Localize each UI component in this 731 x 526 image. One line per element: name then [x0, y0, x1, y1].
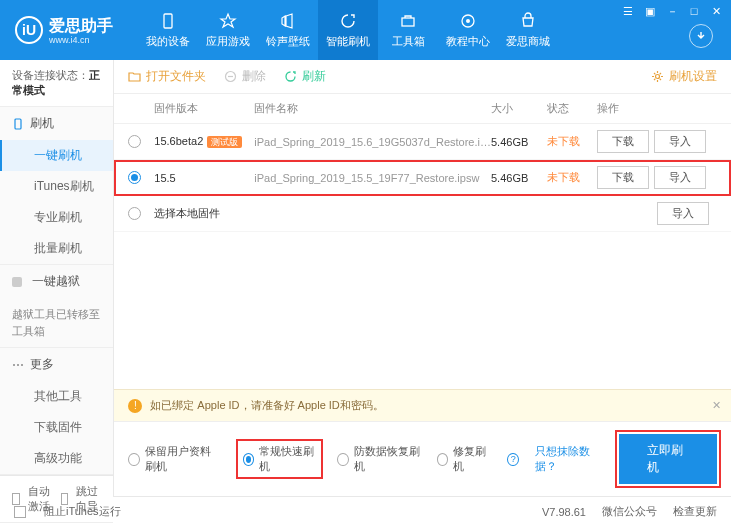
sidebar-item-oneclick[interactable]: 一键刷机 — [0, 140, 113, 171]
download-indicator-icon[interactable] — [689, 24, 713, 48]
row-radio[interactable] — [128, 171, 141, 184]
version-label: V7.98.61 — [542, 506, 586, 518]
nav-toolbox[interactable]: 工具箱 — [378, 0, 438, 60]
svg-point-7 — [21, 364, 23, 366]
group-more[interactable]: 更多 — [0, 348, 113, 381]
sidebar-item-other[interactable]: 其他工具 — [0, 381, 113, 412]
settings-button[interactable]: 刷机设置 — [651, 68, 717, 85]
table-row[interactable]: 15.6beta2测试版 iPad_Spring_2019_15.6_19G50… — [114, 124, 731, 160]
close-icon[interactable]: ✕ — [709, 4, 723, 18]
group-flash[interactable]: 刷机 — [0, 107, 113, 140]
sidebar: 设备连接状态：正常模式 刷机 一键刷机 iTunes刷机 专业刷机 批量刷机 一… — [0, 60, 114, 496]
device-status: 设备连接状态：正常模式 — [0, 60, 113, 107]
open-folder-button[interactable]: 打开文件夹 — [128, 68, 206, 85]
svg-point-3 — [466, 19, 470, 23]
toolbar: 打开文件夹 删除 刷新 刷机设置 — [114, 60, 731, 94]
svg-point-6 — [17, 364, 19, 366]
svg-rect-4 — [15, 119, 21, 129]
delete-button[interactable]: 删除 — [224, 68, 266, 85]
import-button[interactable]: 导入 — [654, 130, 706, 153]
sidebar-item-pro[interactable]: 专业刷机 — [0, 202, 113, 233]
download-button[interactable]: 下载 — [597, 130, 649, 153]
sidebar-item-itunes[interactable]: iTunes刷机 — [0, 171, 113, 202]
svg-point-10 — [656, 75, 660, 79]
gear-icon — [651, 70, 664, 83]
sidebar-item-dlfw[interactable]: 下载固件 — [0, 412, 113, 443]
nav-ringtone[interactable]: 铃声壁纸 — [258, 0, 318, 60]
nav-tutorial[interactable]: 教程中心 — [438, 0, 498, 60]
block-itunes-check[interactable] — [14, 506, 26, 518]
maximize-icon[interactable]: □ — [687, 4, 701, 18]
main-panel: 打开文件夹 删除 刷新 刷机设置 固件版本 固件名称 大小 状态 操作 15.6… — [114, 60, 731, 496]
th-ops: 操作 — [597, 101, 717, 116]
group-jailbreak[interactable]: 一键越狱 — [0, 265, 113, 298]
auto-activate-check[interactable] — [12, 493, 20, 505]
brand-name: 爱思助手 — [49, 17, 113, 34]
jail-note: 越狱工具已转移至工具箱 — [0, 298, 113, 347]
opt-anti-recover[interactable]: 防数据恢复刷机 — [337, 444, 421, 474]
table-row[interactable]: 15.5 iPad_Spring_2019_15.5_19F77_Restore… — [114, 160, 731, 196]
nav-flash[interactable]: 智能刷机 — [318, 0, 378, 60]
beta-tag: 测试版 — [207, 136, 242, 148]
flash-options: 保留用户资料刷机 常规快速刷机 防数据恢复刷机 修复刷机 ? 只想抹除数据？ 立… — [114, 421, 731, 496]
table-header: 固件版本 固件名称 大小 状态 操作 — [114, 94, 731, 124]
minimize-icon[interactable]: － — [665, 4, 679, 18]
skin-icon[interactable]: ▣ — [643, 4, 657, 18]
nav-apps[interactable]: 应用游戏 — [198, 0, 258, 60]
th-name: 固件名称 — [254, 101, 491, 116]
th-status: 状态 — [547, 101, 597, 116]
svg-rect-1 — [402, 18, 414, 26]
row-radio[interactable] — [128, 207, 141, 220]
flash-now-button[interactable]: 立即刷机 — [619, 434, 717, 484]
wechat-link[interactable]: 微信公众号 — [602, 504, 657, 519]
opt-keep-data[interactable]: 保留用户资料刷机 — [128, 444, 221, 474]
refresh-icon — [284, 70, 297, 83]
logo: iU 爱思助手 www.i4.cn — [0, 16, 128, 45]
erase-link[interactable]: 只想抹除数据？ — [535, 444, 603, 474]
row-radio[interactable] — [128, 135, 141, 148]
title-bar: iU 爱思助手 www.i4.cn 我的设备 应用游戏 铃声壁纸 智能刷机 工具… — [0, 0, 731, 60]
nav-shop[interactable]: 爱思商城 — [498, 0, 558, 60]
download-button[interactable]: 下载 — [597, 166, 649, 189]
table-row-local[interactable]: 选择本地固件 导入 — [114, 196, 731, 232]
opt-repair[interactable]: 修复刷机 — [437, 444, 492, 474]
refresh-button[interactable]: 刷新 — [284, 68, 326, 85]
folder-icon — [128, 70, 141, 83]
delete-icon — [224, 70, 237, 83]
warning-icon: ! — [128, 399, 142, 413]
th-version: 固件版本 — [154, 101, 254, 116]
import-button[interactable]: 导入 — [654, 166, 706, 189]
brand-url: www.i4.cn — [49, 35, 113, 45]
opt-quick-flash[interactable]: 常规快速刷机 — [238, 441, 322, 477]
nav-device[interactable]: 我的设备 — [138, 0, 198, 60]
notice-close-icon[interactable]: ✕ — [712, 399, 721, 412]
check-update-link[interactable]: 检查更新 — [673, 504, 717, 519]
logo-icon: iU — [15, 16, 43, 44]
sidebar-item-adv[interactable]: 高级功能 — [0, 443, 113, 474]
svg-point-5 — [13, 364, 15, 366]
info-icon[interactable]: ? — [507, 453, 519, 466]
th-size: 大小 — [491, 101, 547, 116]
lock-icon — [12, 277, 22, 287]
menu-icon[interactable]: ☰ — [621, 4, 635, 18]
svg-rect-0 — [164, 14, 172, 28]
window-controls: ☰ ▣ － □ ✕ — [621, 4, 723, 18]
import-button[interactable]: 导入 — [657, 202, 709, 225]
sidebar-item-batch[interactable]: 批量刷机 — [0, 233, 113, 264]
notice-bar: ! 如已绑定 Apple ID，请准备好 Apple ID和密码。 ✕ — [114, 389, 731, 421]
